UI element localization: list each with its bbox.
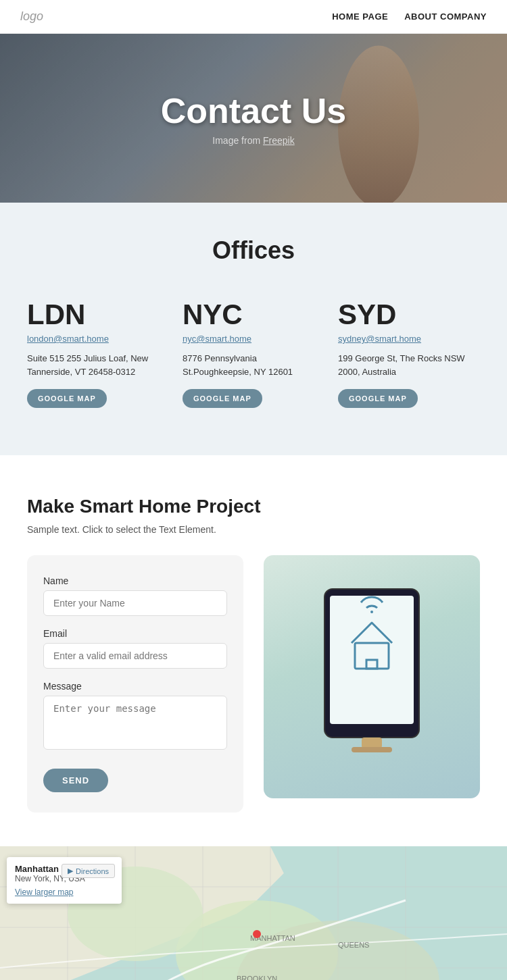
map-section: New York BROOKLYN QUEENS MANHATTAN Manha… (0, 846, 507, 980)
office-card-nyc: NYC nyc@smart.home 8776 Pennsylvania St.… (183, 292, 324, 415)
google-map-btn-syd[interactable]: GOOGLE MAP (338, 389, 418, 408)
nav-home[interactable]: HOME PAGE (332, 11, 388, 22)
freepik-link[interactable]: Freepik (263, 135, 295, 146)
svg-point-27 (253, 930, 261, 938)
svg-text:BROOKLYN: BROOKLYN (237, 975, 277, 980)
svg-text:QUEENS: QUEENS (338, 941, 369, 949)
offices-title: Offices (27, 236, 480, 265)
svg-rect-6 (352, 747, 392, 752)
office-email-nyc[interactable]: nyc@smart.home (183, 334, 324, 344)
directions-button[interactable]: ▶ Directions (62, 864, 115, 878)
google-map-btn-ldn[interactable]: GOOGLE MAP (27, 389, 107, 408)
email-input[interactable] (43, 643, 227, 669)
directions-label: Directions (76, 867, 109, 875)
name-input[interactable] (43, 590, 227, 616)
form-group-name: Name (43, 575, 227, 616)
send-button[interactable]: SEND (43, 769, 108, 792)
form-group-email: Email (43, 628, 227, 669)
nav-about[interactable]: ABOUT COMPANY (404, 11, 487, 22)
contact-form-card: Name Email Message SEND (27, 555, 243, 813)
view-larger-map-link[interactable]: View larger map (15, 887, 114, 897)
svg-point-4 (370, 611, 373, 613)
office-email-syd[interactable]: sydney@smart.home (338, 334, 480, 344)
hero-section: Contact Us Image from Freepik (0, 34, 507, 203)
office-card-syd: SYD sydney@smart.home 199 George St, The… (338, 292, 480, 415)
office-abbr-ldn: LDN (27, 299, 169, 331)
hero-content: Contact Us Image from Freepik (161, 91, 346, 146)
logo: logo (20, 9, 43, 24)
name-label: Name (43, 575, 227, 586)
directions-icon: ▶ (68, 867, 73, 875)
google-map-btn-nyc[interactable]: GOOGLE MAP (183, 389, 262, 408)
navbar: logo HOME PAGE ABOUT COMPANY (0, 0, 507, 34)
office-address-nyc: 8776 Pennsylvania St.Poughkeepsie, NY 12… (183, 352, 324, 378)
smart-layout: Name Email Message SEND (27, 555, 480, 813)
smart-subtitle: Sample text. Click to select the Text El… (27, 524, 480, 535)
smart-title: Make Smart Home Project (27, 496, 480, 517)
message-label: Message (43, 681, 227, 692)
office-address-syd: 199 George St, The Rocks NSW 2000, Austr… (338, 352, 480, 378)
map-popup: Manhattan New York, NY, USA View larger … (7, 857, 122, 904)
office-abbr-syd: SYD (338, 299, 480, 331)
svg-rect-5 (362, 738, 382, 748)
message-textarea[interactable] (43, 696, 227, 750)
hero-title: Contact Us (161, 91, 346, 131)
form-group-message: Message (43, 681, 227, 752)
email-label: Email (43, 628, 227, 639)
hero-subtitle: Image from Freepik (161, 135, 346, 146)
offices-grid: LDN london@smart.home Suite 515 255 Juli… (27, 292, 480, 415)
office-abbr-nyc: NYC (183, 299, 324, 331)
office-card-ldn: LDN london@smart.home Suite 515 255 Juli… (27, 292, 169, 415)
office-email-ldn[interactable]: london@smart.home (27, 334, 169, 344)
office-address-ldn: Suite 515 255 Julius Loaf, New Tannersid… (27, 352, 169, 378)
smart-section: Make Smart Home Project Sample text. Cli… (0, 455, 507, 813)
smart-home-image (264, 555, 480, 798)
nav-links: HOME PAGE ABOUT COMPANY (332, 11, 487, 22)
offices-section: Offices LDN london@smart.home Suite 515 … (0, 203, 507, 455)
